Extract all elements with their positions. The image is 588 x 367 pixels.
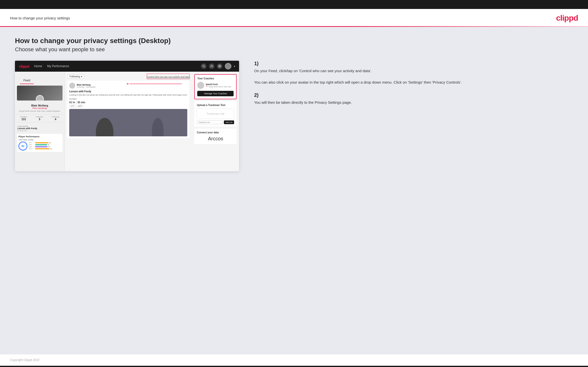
stat-following-label: Following	[52, 116, 59, 118]
instruction-2-number: 2)	[254, 92, 259, 98]
profile-club: Royal North Devon Golf Club, United King…	[17, 110, 63, 112]
stat-followers: Followers 3	[36, 116, 43, 121]
latest-activity-date: 03 Aug 2022	[17, 130, 62, 131]
bar-arg-value: 86	[48, 146, 50, 148]
bar-putt-value: 96	[50, 148, 52, 150]
instruction-1-text: On your Feed, click/tap on 'Control who …	[254, 68, 573, 74]
post-tags: OTT APP	[69, 105, 187, 107]
coaches-card: Your Coaches David Ford 📍 Royal North De…	[195, 75, 236, 99]
control-link-text: Control who can see your activity and da…	[147, 76, 190, 78]
main-content: How to change your privacy settings (Des…	[0, 27, 588, 354]
bar-app-label: APP	[29, 144, 34, 146]
stat-activities-label: Activities	[20, 116, 27, 118]
stat-following: Following 4	[52, 116, 59, 121]
footer: Copyright Clippd 2022	[0, 354, 588, 366]
bar-ott-fill	[35, 142, 49, 143]
coach-avatar	[197, 82, 204, 89]
nav-avatar	[225, 63, 231, 69]
latest-activity: Latest Activity Lesson with Fordy 03 Aug…	[15, 124, 65, 132]
duration-label: Duration	[69, 98, 77, 100]
stat-following-value: 4	[52, 118, 59, 121]
bar-arg: ARG 86	[29, 146, 61, 148]
mockup-feed: Following ▾ Control who can see your act…	[65, 72, 192, 171]
instruction-2: 2) You will then be taken directly to th…	[254, 92, 573, 105]
svg-line-1	[204, 67, 205, 68]
post-title: Lesson with Fordy	[69, 90, 187, 93]
copyright-text: Copyright Clippd 2022	[10, 358, 40, 362]
trackman-placeholder: Trackman Link	[197, 108, 234, 119]
bar-putt-label: PUTT	[29, 148, 34, 150]
bar-putt-fill	[35, 148, 50, 149]
instruction-2-header: 2)	[254, 92, 573, 98]
top-bar	[0, 0, 588, 9]
post-image-content	[69, 109, 187, 136]
nav-chevron-icon: ▾	[234, 65, 235, 68]
instruction-1-number: 1)	[254, 61, 259, 66]
player-performance: Player Performance Total Player Quality …	[17, 134, 63, 152]
control-link[interactable]: Control who can see your activity and da…	[147, 74, 190, 79]
trackman-input[interactable]	[197, 120, 223, 124]
header: How to change your privacy settings clip…	[0, 9, 588, 26]
feed-tab: Feed	[20, 77, 34, 84]
duration-value: 01 hr : 30 min	[69, 101, 187, 104]
quality-bars: OTT 90 APP 85	[29, 142, 61, 150]
mockup-sidebar: Feed Blair McHarg Plus Handicap Royal No…	[15, 72, 65, 171]
feed-post: Blair McHarg Yesterday · Sunningdale Les…	[67, 81, 189, 138]
profile-handicap: Plus Handicap	[17, 107, 63, 109]
post-author: Blair McHarg	[77, 84, 96, 86]
quality-label: Total Player Quality	[18, 139, 61, 141]
stat-activities: Activities 131	[20, 116, 27, 121]
feed-header: Following ▾ Control who can see your act…	[67, 74, 189, 79]
coaches-title: Your Coaches	[197, 77, 234, 80]
search-icon	[201, 63, 206, 69]
stat-followers-label: Followers	[36, 116, 43, 118]
profile-stats: Activities 131 Followers 3 Following 4	[16, 114, 64, 122]
bar-ott-value: 90	[49, 142, 51, 144]
post-duration: Duration	[69, 98, 187, 100]
following-button[interactable]: Following ▾	[67, 74, 84, 79]
coaches-highlight-box: Your Coaches David Ford 📍 Royal North De…	[194, 74, 237, 99]
add-link-button[interactable]: Add Link	[224, 120, 234, 124]
manage-coaches-button[interactable]: Manage Your Coaches	[197, 91, 234, 96]
post-body: Looking to feel like my hands are exitin…	[69, 94, 187, 96]
mockup-logo: clippd	[19, 64, 29, 68]
mockup-body: Feed Blair McHarg Plus Handicap Royal No…	[15, 72, 239, 171]
post-image	[69, 109, 187, 136]
trackman-title: Upload a Trackman Test	[197, 104, 234, 106]
post-avatar	[69, 83, 75, 89]
latest-activity-label: Latest Activity	[17, 125, 62, 127]
profile-info: Blair McHarg Plus Handicap Royal North D…	[15, 104, 65, 112]
player-performance-title: Player Performance	[18, 135, 61, 138]
post-header: Blair McHarg Yesterday · Sunningdale	[69, 83, 187, 89]
stat-followers-value: 3	[36, 118, 43, 121]
following-chevron-icon: ▾	[81, 75, 82, 78]
mockup-nav-icons: ▾	[201, 63, 235, 69]
connect-card: Connect your data Arccos	[194, 129, 237, 144]
logo: clippd	[556, 13, 578, 23]
bar-putt: PUTT 96	[29, 148, 61, 150]
stat-activities-value: 131	[20, 118, 27, 121]
mockup-nav: clippd Home My Performance	[15, 61, 239, 72]
quality-row: 92 OTT 90 APP	[18, 142, 61, 151]
bar-arg-label: ARG	[29, 146, 34, 148]
bar-app-fill	[35, 144, 47, 145]
mockup-wrapper: clippd Home My Performance	[15, 61, 239, 171]
bar-arg-fill	[35, 146, 48, 147]
following-label: Following	[69, 75, 80, 78]
post-date-location: Yesterday · Sunningdale	[77, 86, 96, 88]
mockup-right-panel: Your Coaches David Ford 📍 Royal North De…	[192, 72, 239, 171]
coach-item: David Ford 📍 Royal North Devon Golf Club	[197, 82, 234, 89]
instructions-panel: 1) On your Feed, click/tap on 'Control w…	[249, 61, 573, 112]
page-heading: How to change your privacy settings (Des…	[15, 37, 573, 45]
content-row: clippd Home My Performance	[15, 61, 573, 171]
mockup-nav-home: Home	[34, 64, 42, 68]
connect-title: Connect your data	[197, 131, 234, 134]
coach-club: 📍 Royal North Devon Golf Club	[206, 86, 231, 88]
quality-circle: 92	[18, 142, 27, 151]
bar-ott: OTT 90	[29, 142, 61, 144]
post-meta-info: Blair McHarg Yesterday · Sunningdale	[77, 84, 96, 88]
user-icon	[209, 63, 214, 69]
browser-title: How to change your privacy settings	[10, 16, 70, 20]
bar-app: APP 85	[29, 144, 61, 146]
tag-ott: OTT	[69, 105, 76, 107]
